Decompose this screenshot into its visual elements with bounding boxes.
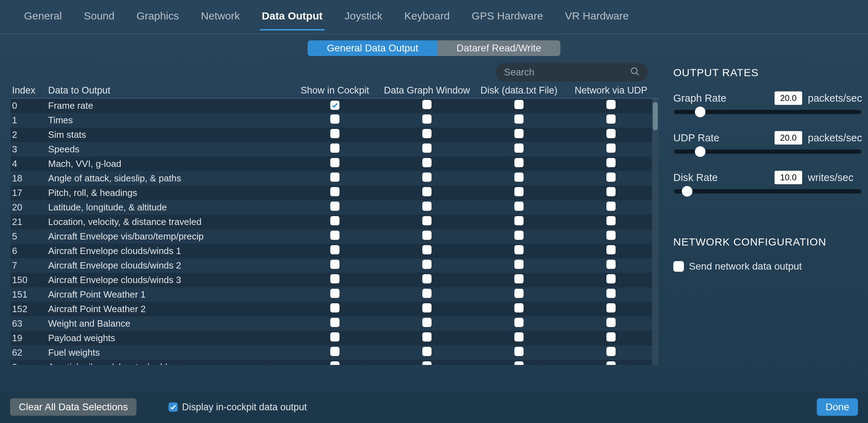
checkbox-cockpit[interactable] <box>330 289 339 298</box>
checkbox-udp[interactable] <box>606 347 616 356</box>
graph-rate-slider[interactable] <box>674 110 861 114</box>
table-row[interactable]: 150Aircraft Envelope clouds/winds 3 <box>11 273 658 287</box>
checkbox-cockpit[interactable] <box>330 143 339 153</box>
checkbox-cockpit[interactable] <box>330 173 339 182</box>
checkbox-disk[interactable] <box>514 260 524 269</box>
checkbox-graph[interactable] <box>422 332 432 342</box>
disk-rate-input[interactable] <box>775 171 802 184</box>
checkbox-disk[interactable] <box>514 245 524 254</box>
checkbox-cockpit[interactable] <box>330 260 339 269</box>
checkbox-graph[interactable] <box>422 347 432 356</box>
table-row[interactable]: 152Aircraft Point Weather 2 <box>11 302 658 316</box>
checkbox-udp[interactable] <box>606 100 616 109</box>
checkbox-graph[interactable] <box>422 187 432 196</box>
checkbox-udp[interactable] <box>606 361 616 365</box>
checkbox-disk[interactable] <box>514 216 524 225</box>
scrollbar-thumb[interactable] <box>653 102 658 130</box>
checkbox-disk[interactable] <box>514 187 524 196</box>
tab-keyboard[interactable]: Keyboard <box>402 10 452 29</box>
tab-sound[interactable]: Sound <box>82 10 117 29</box>
table-row[interactable]: 18Angle of attack, sideslip, & paths <box>11 171 658 186</box>
tab-graphics[interactable]: Graphics <box>134 10 181 29</box>
tab-data-output[interactable]: Data Output <box>260 10 325 30</box>
search-box[interactable] <box>496 63 648 81</box>
checkbox-disk[interactable] <box>514 347 524 356</box>
checkbox-udp[interactable] <box>606 332 616 342</box>
checkbox-graph[interactable] <box>422 231 432 240</box>
checkbox-graph[interactable] <box>422 260 432 269</box>
checkbox-udp[interactable] <box>606 216 616 225</box>
checkbox-cockpit[interactable] <box>330 332 339 342</box>
subtab-dataref-read-write[interactable]: Dataref Read/Write <box>438 40 560 56</box>
table-row[interactable]: 19Payload weights <box>11 331 658 345</box>
checkbox-udp[interactable] <box>606 260 616 269</box>
table-row[interactable]: 3Speeds <box>11 142 658 157</box>
checkbox-cockpit[interactable] <box>330 303 339 312</box>
table-row[interactable]: 7Aircraft Envelope clouds/winds 2 <box>11 258 658 273</box>
checkbox-cockpit[interactable] <box>330 101 339 110</box>
checkbox-disk[interactable] <box>514 173 524 182</box>
tab-gps-hardware[interactable]: GPS Hardware <box>469 10 545 29</box>
checkbox-disk[interactable] <box>514 274 524 283</box>
checkbox-graph[interactable] <box>422 303 432 312</box>
checkbox-graph[interactable] <box>422 114 432 124</box>
checkbox-udp[interactable] <box>606 129 616 138</box>
checkbox-udp[interactable] <box>606 158 616 167</box>
checkbox-udp[interactable] <box>606 289 616 298</box>
checkbox-cockpit[interactable] <box>330 245 339 254</box>
checkbox-graph[interactable] <box>422 202 432 211</box>
checkbox-udp[interactable] <box>606 274 616 283</box>
table-row[interactable]: 2Sim stats <box>11 128 658 142</box>
tab-joystick[interactable]: Joystick <box>342 10 384 29</box>
checkbox-udp[interactable] <box>606 231 616 240</box>
checkbox-udp[interactable] <box>606 318 616 327</box>
done-button[interactable]: Done <box>817 398 858 416</box>
checkbox-disk[interactable] <box>514 231 524 240</box>
send-network-checkbox[interactable] <box>673 261 684 272</box>
table-row[interactable]: 151Aircraft Point Weather 1 <box>11 287 658 302</box>
checkbox-disk[interactable] <box>514 114 524 124</box>
checkbox-cockpit[interactable] <box>330 158 339 167</box>
tab-vr-hardware[interactable]: VR Hardware <box>563 10 631 29</box>
table-row[interactable]: 20Latitude, longitude, & altitude <box>11 200 658 215</box>
tab-network[interactable]: Network <box>199 10 242 29</box>
disk-rate-slider-thumb[interactable] <box>682 186 692 197</box>
table-row[interactable]: 5Aircraft Envelope vis/baro/temp/precip <box>11 229 658 244</box>
graph-rate-input[interactable] <box>775 91 802 105</box>
checkbox-disk[interactable] <box>514 129 524 138</box>
display-cockpit-checkbox[interactable] <box>169 402 178 412</box>
checkbox-cockpit[interactable] <box>330 114 339 124</box>
checkbox-graph[interactable] <box>422 245 432 254</box>
checkbox-cockpit[interactable] <box>330 187 339 196</box>
checkbox-graph[interactable] <box>422 274 432 283</box>
table-row[interactable]: 4Mach, VVI, g-load <box>11 157 658 171</box>
checkbox-graph[interactable] <box>422 158 432 167</box>
checkbox-cockpit[interactable] <box>330 361 339 365</box>
checkbox-udp[interactable] <box>606 303 616 312</box>
checkbox-disk[interactable] <box>514 332 524 342</box>
checkbox-graph[interactable] <box>422 289 432 298</box>
checkbox-cockpit[interactable] <box>330 129 339 138</box>
checkbox-disk[interactable] <box>514 100 524 109</box>
checkbox-graph[interactable] <box>422 216 432 225</box>
checkbox-udp[interactable] <box>606 245 616 254</box>
table-row[interactable]: 0Frame rate <box>11 98 658 113</box>
scrollbar-track[interactable] <box>652 98 658 365</box>
checkbox-disk[interactable] <box>514 143 524 153</box>
send-network-data-row[interactable]: Send network data output <box>673 261 862 272</box>
checkbox-graph[interactable] <box>422 100 432 109</box>
subtab-general-data-output[interactable]: General Data Output <box>308 40 437 56</box>
udp-rate-slider[interactable] <box>674 150 861 154</box>
checkbox-udp[interactable] <box>606 114 616 124</box>
checkbox-cockpit[interactable] <box>330 231 339 240</box>
udp-rate-slider-thumb[interactable] <box>695 146 706 157</box>
checkbox-cockpit[interactable] <box>330 318 339 327</box>
graph-rate-slider-thumb[interactable] <box>695 107 706 117</box>
checkbox-udp[interactable] <box>606 187 616 196</box>
checkbox-disk[interactable] <box>514 318 524 327</box>
checkbox-cockpit[interactable] <box>330 347 339 356</box>
checkbox-udp[interactable] <box>606 173 616 182</box>
disk-rate-slider[interactable] <box>674 189 861 193</box>
checkbox-disk[interactable] <box>514 289 524 298</box>
udp-rate-input[interactable] <box>775 131 802 145</box>
